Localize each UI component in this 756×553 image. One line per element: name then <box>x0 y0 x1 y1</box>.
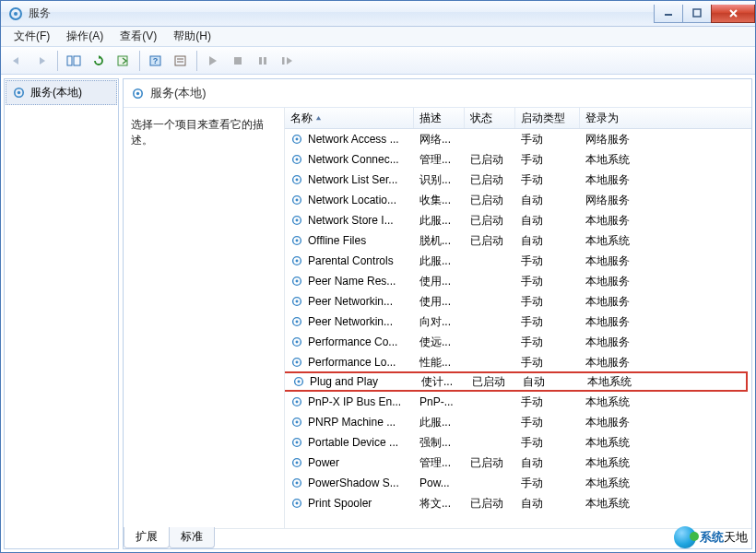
table-row[interactable]: Plug and Play使计...已启动自动本地系统 <box>285 371 748 392</box>
gear-icon <box>290 275 304 288</box>
description-pane: 选择一个项目来查看它的描述。 <box>124 108 285 528</box>
main-body: 服务(本地) 服务(本地) 选择一个项目来查看它的描述。 名称 描述 状态 启动… <box>1 75 755 552</box>
cell-name: Network Locatio... <box>285 194 414 207</box>
table-row[interactable]: Network Access ...网络...手动网络服务 <box>285 129 751 149</box>
table-row[interactable]: PnP-X IP Bus En...PnP-...手动本地系统 <box>285 392 751 412</box>
table-row[interactable]: Portable Device ...强制...手动本地系统 <box>285 432 751 453</box>
properties-button[interactable] <box>169 49 193 73</box>
nav-pane[interactable]: 服务(本地) <box>4 78 119 549</box>
content-title: 服务(本地) <box>150 85 207 101</box>
separator-icon <box>196 51 197 71</box>
table-row[interactable]: Network Store I...此服...已启动自动本地服务 <box>285 210 751 230</box>
svg-point-25 <box>296 158 299 160</box>
table-row[interactable]: Parental Controls此服...手动本地服务 <box>285 251 751 271</box>
cell-logon: 本地服务 <box>580 274 751 289</box>
gear-icon <box>290 315 304 329</box>
cell-name: Parental Controls <box>285 254 414 268</box>
close-button[interactable] <box>711 5 755 23</box>
table-row[interactable]: Peer Name Res...使用...手动本地服务 <box>285 271 751 291</box>
svg-point-57 <box>296 481 299 484</box>
cell-startup: 手动 <box>515 132 580 147</box>
window-title: 服务 <box>29 6 51 21</box>
cell-name: Peer Networkin... <box>285 315 414 329</box>
menu-view[interactable]: 查看(V) <box>112 27 164 46</box>
content-pane: 服务(本地) 选择一个项目来查看它的描述。 名称 描述 状态 启动类型 登录为 … <box>123 78 752 549</box>
cell-startup: 手动 <box>515 172 580 188</box>
cell-logon: 本地服务 <box>580 415 751 430</box>
table-row[interactable]: PNRP Machine ...此服...手动本地服务 <box>285 412 751 432</box>
table-row[interactable]: Peer Networkin...向对...手动本地服务 <box>285 312 751 332</box>
table-row[interactable]: Power管理...已启动自动本地系统 <box>285 453 751 473</box>
table-row[interactable]: Peer Networkin...使用...手动本地服务 <box>285 291 751 312</box>
list-body[interactable]: Network Access ...网络...手动网络服务Network Con… <box>285 129 751 528</box>
cell-logon: 本地服务 <box>580 355 751 371</box>
cell-name: Print Spooler <box>285 497 414 511</box>
svg-point-23 <box>296 137 299 140</box>
col-status[interactable]: 状态 <box>465 108 515 128</box>
svg-point-19 <box>18 91 20 94</box>
table-row[interactable]: Network Connec...管理...已启动手动本地系统 <box>285 149 751 170</box>
cell-logon: 本地系统 <box>580 394 751 410</box>
forward-button[interactable] <box>30 49 53 73</box>
cell-logon: 本地系统 <box>580 152 751 168</box>
col-name[interactable]: 名称 <box>285 108 414 128</box>
cell-desc: 脱机... <box>414 233 465 249</box>
menu-help[interactable]: 帮助(H) <box>166 27 219 46</box>
cell-startup: 手动 <box>515 152 580 168</box>
cell-startup: 自动 <box>515 455 580 471</box>
cell-startup: 手动 <box>515 274 580 289</box>
menu-file[interactable]: 文件(F) <box>6 27 57 46</box>
export-button[interactable] <box>112 49 136 73</box>
back-button[interactable] <box>5 49 29 73</box>
menu-action[interactable]: 操作(A) <box>59 27 111 46</box>
tab-standard[interactable]: 标准 <box>169 527 215 548</box>
svg-rect-14 <box>234 57 242 65</box>
tab-extended[interactable]: 扩展 <box>124 527 170 548</box>
menubar: 文件(F) 操作(A) 查看(V) 帮助(H) <box>1 27 755 47</box>
svg-text:?: ? <box>153 56 159 65</box>
table-row[interactable]: Network Locatio...收集...已启动自动网络服务 <box>285 190 751 210</box>
show-hide-tree-button[interactable] <box>62 49 86 73</box>
separator-icon <box>57 51 58 71</box>
cell-logon: 网络服务 <box>580 132 751 147</box>
table-row[interactable]: Network List Ser...识别...已启动手动本地服务 <box>285 170 751 190</box>
cell-logon: 本地服务 <box>580 294 751 310</box>
cell-logon: 本地系统 <box>580 496 751 512</box>
cell-status: 已启动 <box>467 374 517 390</box>
restart-service-button[interactable] <box>276 49 300 73</box>
refresh-button[interactable] <box>87 49 111 73</box>
maximize-button[interactable] <box>682 5 712 23</box>
cell-name: PowerShadow S... <box>285 477 414 490</box>
col-desc[interactable]: 描述 <box>414 108 465 128</box>
col-startup[interactable]: 启动类型 <box>515 108 580 128</box>
cell-desc: 向对... <box>414 314 465 330</box>
start-service-button[interactable] <box>201 49 225 73</box>
titlebar[interactable]: 服务 <box>1 1 755 27</box>
cell-name: Network List Ser... <box>285 173 414 187</box>
window-controls <box>655 5 755 23</box>
minimize-button[interactable] <box>654 5 683 23</box>
cell-desc: 管理... <box>414 152 465 168</box>
col-logon[interactable]: 登录为 <box>580 108 751 128</box>
svg-point-27 <box>296 178 299 181</box>
cell-desc: 使用... <box>414 274 465 289</box>
table-row[interactable]: Offline Files脱机...已启动自动本地系统 <box>285 230 751 251</box>
pause-service-button[interactable] <box>251 49 275 73</box>
gear-icon <box>290 356 304 370</box>
nav-services-local[interactable]: 服务(本地) <box>6 80 117 105</box>
cell-startup: 自动 <box>515 213 580 229</box>
svg-point-59 <box>296 501 299 504</box>
help-button[interactable]: ? <box>144 49 168 73</box>
table-row[interactable]: Print Spooler将文...已启动自动本地系统 <box>285 493 751 513</box>
svg-point-35 <box>296 259 299 262</box>
table-row[interactable]: Performance Lo...性能...手动本地服务 <box>285 352 751 372</box>
svg-point-39 <box>296 300 299 302</box>
cell-desc: 网络... <box>414 132 465 147</box>
cell-status: 已启动 <box>465 496 515 512</box>
cell-logon: 本地系统 <box>580 455 751 471</box>
cell-name: Portable Device ... <box>285 436 414 450</box>
stop-service-button[interactable] <box>226 49 250 73</box>
table-row[interactable]: Performance Co...使远...手动本地服务 <box>285 332 751 352</box>
table-row[interactable]: PowerShadow S...Pow...手动本地系统 <box>285 473 751 493</box>
cell-desc: 收集... <box>414 193 465 208</box>
